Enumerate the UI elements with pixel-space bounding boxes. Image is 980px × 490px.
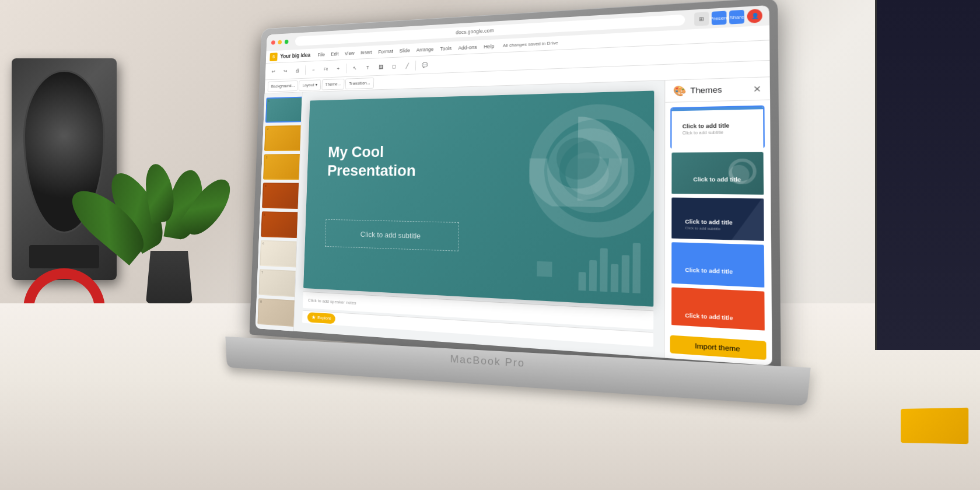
toolbar-undo[interactable]: ↩ [268, 65, 279, 77]
menu-format[interactable]: Format [376, 47, 396, 56]
slide-thumb-3[interactable]: 3 [263, 154, 302, 180]
explore-label: Explore [317, 315, 331, 321]
themes-panel-title: Themes [690, 85, 722, 96]
laptop-screen[interactable]: docs.google.com ⊞ Present Share 👤 S [250, 0, 781, 374]
laptop: docs.google.com ⊞ Present Share 👤 S [228, 12, 788, 420]
slide-thumb-8[interactable]: 8 [257, 298, 298, 327]
themes-panel-title-row: 🎨 Themes [673, 84, 722, 97]
menu-insert[interactable]: Insert [358, 48, 374, 56]
background-scene: docs.google.com ⊞ Present Share 👤 S [0, 0, 980, 490]
toolbar-text[interactable]: T [362, 61, 373, 74]
themes-panel-header: 🎨 Themes ✕ [665, 77, 770, 103]
save-status: All changes saved in Drive [503, 40, 558, 48]
menu-edit[interactable]: Edit [328, 50, 341, 58]
toolbar-sep1 [305, 65, 306, 75]
toolbar-zoom-fit[interactable]: Fit [320, 63, 331, 75]
menu-view[interactable]: View [342, 49, 357, 57]
theme-preview-paradigm: Click to add title Click to add subtitle [670, 196, 765, 241]
toolbar-comment[interactable]: 💬 [418, 58, 430, 71]
theme-shift-title: Click to add title [677, 114, 757, 131]
theme-item-shift[interactable]: Click to add title Click to add subtitle… [670, 106, 765, 149]
toolbar-redo[interactable]: ↪ [280, 65, 291, 76]
theme-item-orange[interactable]: Click to add title Click to add subtitle [670, 286, 766, 330]
themes-panel: 🎨 Themes ✕ [664, 77, 772, 366]
menu-file[interactable]: File [315, 50, 327, 58]
layout-btn[interactable]: Layout ▾ [299, 79, 321, 90]
theme-btn[interactable]: Theme... [321, 78, 345, 90]
slide-thumb-4[interactable]: 4 [262, 183, 302, 209]
menu-tools[interactable]: Tools [438, 44, 454, 52]
slides-editor: My CoolPresentation Click to add subtitl… [294, 80, 664, 358]
slide-subtitle-placeholder: Click to add subtitle [360, 230, 421, 240]
theme-item-momentum[interactable]: Click to add title Click to add subtitle… [670, 151, 765, 195]
menu-addons[interactable]: Add-ons [456, 43, 480, 52]
import-theme-button[interactable]: Import theme [670, 335, 766, 360]
browser-maximize-dot[interactable] [285, 40, 289, 44]
theme-preview-momentum: Click to add title Click to add subtitle [670, 151, 765, 195]
slide-thumb-7[interactable]: 7 [258, 269, 298, 297]
toolbar-image[interactable]: 🖼 [374, 61, 386, 73]
theme-item-material[interactable]: Click to add title Click to add subtitle… [670, 241, 766, 288]
screen-bezel: docs.google.com ⊞ Present Share 👤 S [256, 5, 772, 366]
theme-shift-sub: Click to add subtitle [677, 130, 757, 135]
browser-controls: ⊞ Present Share 👤 [694, 9, 762, 26]
explore-button[interactable]: ★ Explore [307, 312, 335, 324]
url-text: docs.google.com [456, 27, 494, 35]
themes-list: Click to add title Click to add subtitle… [664, 100, 772, 337]
slides-logo: S [270, 52, 278, 61]
theme-paradigm-sub: Click to add subtitle [678, 225, 740, 232]
toolbar-sep2 [346, 64, 346, 74]
theme-preview-orange: Click to add title Click to add subtitle [670, 286, 766, 330]
theme-orange-title: Click to add title [685, 313, 733, 322]
slide-thumb-6[interactable]: 6 [260, 240, 299, 268]
toolbar-line[interactable]: ╱ [401, 60, 413, 72]
slide-subtitle-box[interactable]: Click to add subtitle [325, 219, 459, 251]
present-button[interactable]: Present [712, 11, 727, 26]
browser-minimize-dot[interactable] [278, 40, 282, 44]
slide-canvas[interactable]: My CoolPresentation Click to add subtitl… [303, 90, 654, 306]
browser-extensions[interactable]: ⊞ [694, 12, 709, 26]
yellow-object [901, 408, 968, 444]
toolbar-print[interactable]: 🖨 [292, 64, 303, 76]
toolbar-zoom-in[interactable]: + [332, 62, 344, 75]
slide-bar-chart [578, 242, 640, 293]
themes-close-button[interactable]: ✕ [753, 84, 762, 93]
slides-main: 1 2 3 4 5 [256, 77, 772, 366]
theme-item-paradigm[interactable]: Click to add title Click to add subtitle… [670, 196, 765, 241]
theme-material-title: Click to add title [685, 267, 733, 275]
user-avatar[interactable]: 👤 [747, 9, 762, 23]
menu-slide[interactable]: Slide [397, 46, 413, 54]
theme-preview-shift: Click to add title Click to add subtitle… [670, 106, 765, 149]
menu-help[interactable]: Help [481, 42, 497, 51]
right-monitor [875, 0, 980, 350]
transition-btn[interactable]: Transition... [345, 77, 374, 89]
browser-close-dot[interactable] [271, 40, 275, 44]
slide-thumb-5[interactable]: 5 [261, 211, 300, 238]
slide-title[interactable]: My CoolPresentation [327, 142, 416, 180]
speaker-notes-placeholder: Click to add speaker notes [308, 298, 356, 305]
slides-app: S Your big idea File Edit View Insert Fo… [256, 25, 772, 366]
theme-paradigm-title: Click to add title [678, 218, 740, 226]
speaker [12, 58, 117, 280]
slide-small-circle [537, 261, 552, 277]
toolbar-shape[interactable]: ◻ [388, 60, 400, 72]
share-button[interactable]: Share [729, 10, 744, 24]
slide-thumb-2[interactable]: 2 [264, 125, 302, 151]
toolbar-sep3 [415, 60, 416, 70]
theme-preview-material: Click to add title Click to add subtitle [670, 241, 766, 288]
menu-arrange[interactable]: Arrange [414, 45, 436, 54]
slide-pie-chart [528, 110, 628, 208]
background-btn[interactable]: Background... [268, 80, 299, 92]
slide-thumb-1[interactable]: 1 [265, 97, 303, 123]
toolbar-cursor[interactable]: ↖ [349, 62, 361, 74]
slides-title: Your big idea [280, 52, 310, 59]
toolbar-zoom-out[interactable]: − [308, 64, 319, 76]
